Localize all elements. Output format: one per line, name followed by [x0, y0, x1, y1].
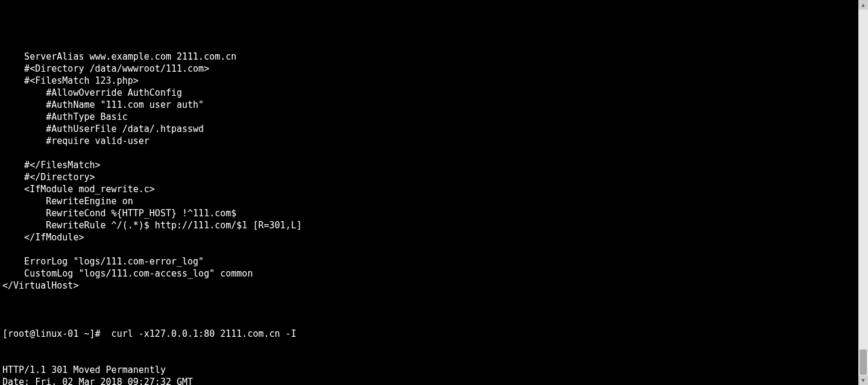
scroll-up-button[interactable]: ▲: [858, 0, 868, 10]
terminal-window: ServerAlias www.example.com 2111.com.cn …: [0, 0, 868, 385]
curl-response-output: HTTP/1.1 301 Moved Permanently Date: Fri…: [2, 364, 858, 385]
chevron-down-icon: ▼: [861, 378, 864, 383]
config-file-output: ServerAlias www.example.com 2111.com.cn …: [2, 51, 858, 304]
vertical-scrollbar[interactable]: ▲ ▼: [858, 0, 868, 385]
terminal-viewport[interactable]: ServerAlias www.example.com 2111.com.cn …: [0, 0, 858, 385]
scrollbar-thumb[interactable]: [860, 349, 867, 375]
chevron-up-icon: ▲: [861, 2, 864, 8]
scroll-down-button[interactable]: ▼: [858, 375, 868, 385]
terminal-content: ServerAlias www.example.com 2111.com.cn …: [0, 24, 858, 385]
shell-prompt-command: [root@linux-01 ~]# curl -x127.0.0.1:80 2…: [2, 328, 858, 340]
